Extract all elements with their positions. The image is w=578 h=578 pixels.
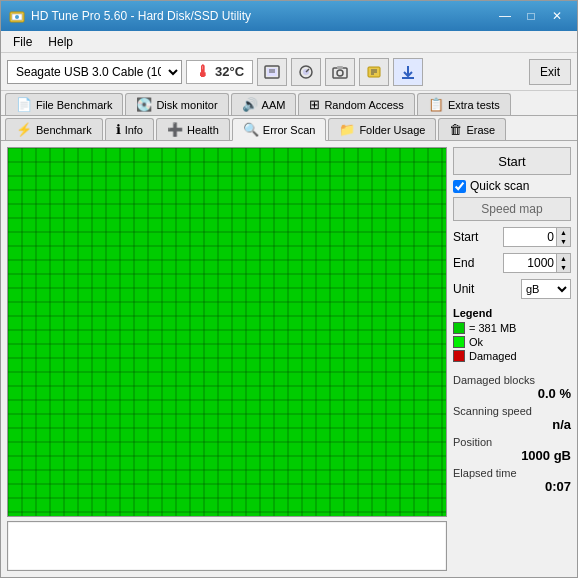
legend-text-1: Ok xyxy=(469,336,483,348)
info-icon: ℹ xyxy=(116,122,121,137)
damaged-blocks-stat: Damaged blocks 0.0 % xyxy=(453,374,571,401)
legend-item-2: Damaged xyxy=(453,350,571,362)
start-field-label: Start xyxy=(453,230,478,244)
legend-item-1: Ok xyxy=(453,336,571,348)
toolbar-btn-1[interactable] xyxy=(257,58,287,86)
unit-field-label: Unit xyxy=(453,282,474,296)
random-access-icon: ⊞ xyxy=(309,97,320,112)
start-spin-up[interactable]: ▲ xyxy=(556,228,570,237)
right-panel: Start Quick scan Speed map Start ▲ ▼ End xyxy=(453,147,571,571)
thermometer-icon: 🌡 xyxy=(195,63,211,81)
title-bar: HD Tune Pro 5.60 - Hard Disk/SSD Utility… xyxy=(1,1,577,31)
tab-file-benchmark-label: File Benchmark xyxy=(36,99,112,111)
folder-usage-icon: 📁 xyxy=(339,122,355,137)
legend-item-0: = 381 MB xyxy=(453,322,571,334)
tab-file-benchmark[interactable]: 📄 File Benchmark xyxy=(5,93,123,115)
tab-aam-label: AAM xyxy=(262,99,286,111)
tab-error-scan-label: Error Scan xyxy=(263,124,316,136)
tab-extra-tests[interactable]: 📋 Extra tests xyxy=(417,93,511,115)
tab-extra-tests-label: Extra tests xyxy=(448,99,500,111)
tab-aam[interactable]: 🔊 AAM xyxy=(231,93,297,115)
toolbar-btn-3[interactable] xyxy=(325,58,355,86)
toolbar-btn-4[interactable] xyxy=(359,58,389,86)
extra-tests-icon: 📋 xyxy=(428,97,444,112)
menu-file[interactable]: File xyxy=(5,33,40,51)
elapsed-time-value: 0:07 xyxy=(453,479,571,494)
start-spinner-buttons: ▲ ▼ xyxy=(556,228,570,246)
end-spin-down[interactable]: ▼ xyxy=(556,263,570,272)
close-button[interactable]: ✕ xyxy=(545,6,569,26)
start-spin-down[interactable]: ▼ xyxy=(556,237,570,246)
drive-selector[interactable]: Seagate USB 3.0 Cable (1000 gB) xyxy=(7,60,182,84)
tab-health[interactable]: ➕ Health xyxy=(156,118,230,140)
elapsed-time-stat: Elapsed time 0:07 xyxy=(453,467,571,494)
damaged-blocks-label: Damaged blocks xyxy=(453,374,571,386)
health-icon: ➕ xyxy=(167,122,183,137)
end-spin-up[interactable]: ▲ xyxy=(556,254,570,263)
app-icon xyxy=(9,8,25,24)
legend-color-0 xyxy=(453,322,465,334)
unit-selector[interactable]: gB xyxy=(521,279,571,299)
tab-random-access-label: Random Access xyxy=(324,99,403,111)
end-field-label: End xyxy=(453,256,474,270)
main-area: Start Quick scan Speed map Start ▲ ▼ End xyxy=(1,141,577,577)
end-input[interactable] xyxy=(504,254,556,272)
scanning-speed-stat: Scanning speed n/a xyxy=(453,405,571,432)
file-benchmark-icon: 📄 xyxy=(16,97,32,112)
disk-monitor-icon: 💽 xyxy=(136,97,152,112)
erase-icon: 🗑 xyxy=(449,122,462,137)
scanning-speed-label: Scanning speed xyxy=(453,405,571,417)
toolbar-btn-2[interactable] xyxy=(291,58,321,86)
tab-info[interactable]: ℹ Info xyxy=(105,118,154,140)
position-stat: Position 1000 gB xyxy=(453,436,571,463)
end-spinner: ▲ ▼ xyxy=(503,253,571,273)
benchmark-icon: ⚡ xyxy=(16,122,32,137)
exit-button[interactable]: Exit xyxy=(529,59,571,85)
legend-text-2: Damaged xyxy=(469,350,517,362)
start-button[interactable]: Start xyxy=(453,147,571,175)
toolbar-btn-5[interactable] xyxy=(393,58,423,86)
tabs-row2: ⚡ Benchmark ℹ Info ➕ Health 🔍 Error Scan… xyxy=(1,116,577,141)
svg-point-11 xyxy=(337,70,343,76)
tab-info-label: Info xyxy=(125,124,143,136)
tab-folder-usage-label: Folder Usage xyxy=(359,124,425,136)
start-param-row: Start ▲ ▼ xyxy=(453,227,571,247)
quick-scan-row: Quick scan xyxy=(453,179,571,193)
minimize-button[interactable]: — xyxy=(493,6,517,26)
window-title: HD Tune Pro 5.60 - Hard Disk/SSD Utility xyxy=(31,9,251,23)
maximize-button[interactable]: □ xyxy=(519,6,543,26)
speed-map-button[interactable]: Speed map xyxy=(453,197,571,221)
title-controls: — □ ✕ xyxy=(493,6,569,26)
toolbar: Seagate USB 3.0 Cable (1000 gB) 🌡 32°C E… xyxy=(1,53,577,91)
quick-scan-checkbox[interactable] xyxy=(453,180,466,193)
tab-health-label: Health xyxy=(187,124,219,136)
menu-bar: File Help xyxy=(1,31,577,53)
temperature-value: 32°C xyxy=(215,64,244,79)
tab-error-scan[interactable]: 🔍 Error Scan xyxy=(232,118,327,141)
tab-erase[interactable]: 🗑 Erase xyxy=(438,118,506,140)
tab-folder-usage[interactable]: 📁 Folder Usage xyxy=(328,118,436,140)
legend-box: Legend = 381 MB Ok Damaged xyxy=(453,307,571,364)
error-scan-icon: 🔍 xyxy=(243,122,259,137)
mini-chart xyxy=(7,521,447,571)
tab-erase-label: Erase xyxy=(466,124,495,136)
svg-rect-12 xyxy=(337,66,343,69)
start-input[interactable] xyxy=(504,228,556,246)
legend-title: Legend xyxy=(453,307,571,319)
tab-benchmark[interactable]: ⚡ Benchmark xyxy=(5,118,103,140)
legend-color-2 xyxy=(453,350,465,362)
tab-random-access[interactable]: ⊞ Random Access xyxy=(298,93,414,115)
position-label: Position xyxy=(453,436,571,448)
chart-container xyxy=(7,147,447,571)
start-spinner: ▲ ▼ xyxy=(503,227,571,247)
quick-scan-label[interactable]: Quick scan xyxy=(470,179,529,193)
end-param-row: End ▲ ▼ xyxy=(453,253,571,273)
tab-disk-monitor[interactable]: 💽 Disk monitor xyxy=(125,93,228,115)
menu-help[interactable]: Help xyxy=(40,33,81,51)
unit-param-row: Unit gB xyxy=(453,279,571,299)
legend-text-0: = 381 MB xyxy=(469,322,516,334)
app-window: HD Tune Pro 5.60 - Hard Disk/SSD Utility… xyxy=(0,0,578,578)
elapsed-time-label: Elapsed time xyxy=(453,467,571,479)
position-value: 1000 gB xyxy=(453,448,571,463)
temperature-display: 🌡 32°C xyxy=(186,60,253,84)
